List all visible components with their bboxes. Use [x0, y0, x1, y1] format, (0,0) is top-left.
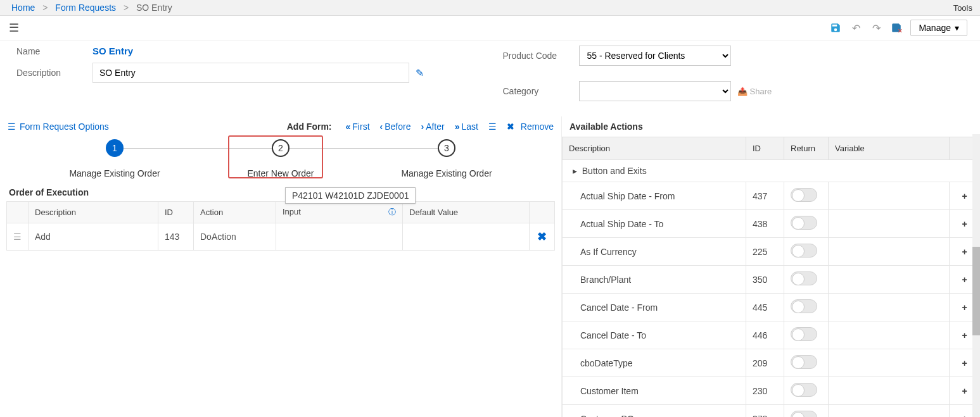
toggle[interactable]	[791, 216, 817, 230]
action-return[interactable]	[784, 266, 829, 294]
breadcrumb-current: SO Entry	[136, 3, 172, 13]
actions-col-variable: Variable	[829, 137, 950, 160]
actions-row[interactable]: Actual Ship Date - To438+	[563, 210, 980, 238]
action-id: 378	[746, 405, 784, 418]
actions-row[interactable]: Branch/Plant350+	[563, 266, 980, 294]
row-remove-icon[interactable]: ✖	[530, 223, 555, 251]
actions-group-row[interactable]: ▸ Button and Exits	[563, 160, 980, 182]
action-variable[interactable]	[829, 210, 950, 238]
toggle[interactable]	[791, 299, 817, 313]
redo-icon[interactable]: ↷	[870, 22, 882, 34]
actions-row[interactable]: Cancel Date - From445+	[563, 294, 980, 321]
product-code-select[interactable]: 55 - Reserved for Clients	[579, 46, 731, 66]
action-variable[interactable]	[829, 349, 950, 377]
action-return[interactable]	[784, 321, 829, 349]
toggle[interactable]	[791, 411, 817, 417]
toggle[interactable]	[791, 327, 817, 341]
actions-row[interactable]: cboDateType209+	[563, 349, 980, 377]
save-icon[interactable]	[829, 22, 842, 34]
action-variable[interactable]	[829, 294, 950, 321]
exec-col-input: Inputⓘ	[276, 202, 403, 223]
actions-row[interactable]: Cancel Date - To446+	[563, 321, 980, 349]
remove-button[interactable]: ✖ Remove	[507, 121, 554, 132]
action-return[interactable]	[784, 294, 829, 321]
name-label: Name	[16, 46, 92, 56]
breadcrumb-home[interactable]: Home	[11, 3, 35, 13]
actions-row[interactable]: Actual Ship Date - From437+	[563, 182, 980, 210]
action-desc: Branch/Plant	[563, 266, 746, 294]
info-icon[interactable]: ⓘ	[388, 207, 396, 218]
exec-row-action: DoAction	[194, 223, 276, 251]
exec-row-id: 143	[158, 223, 194, 251]
category-select[interactable]	[579, 81, 731, 101]
undo-icon[interactable]: ↶	[850, 22, 862, 34]
exec-col-action: Action	[194, 202, 276, 223]
exec-row-input[interactable]	[276, 223, 403, 251]
caret-right-icon: ▸	[573, 166, 577, 176]
actions-col-id: ID	[746, 137, 784, 160]
action-return[interactable]	[784, 238, 829, 266]
toolbar: ☰ ↶ ↷ ✕ Manage ▾	[0, 16, 980, 40]
tools-link[interactable]: Tools	[953, 3, 972, 13]
action-variable[interactable]	[829, 405, 950, 418]
top-bar: Home > Form Requests > SO Entry Tools	[0, 0, 980, 16]
form-options-label: Form Request Options	[20, 121, 109, 132]
action-id: 209	[746, 349, 784, 377]
breadcrumb-form-requests[interactable]: Form Requests	[55, 3, 116, 13]
action-variable[interactable]	[829, 377, 950, 405]
breadcrumb: Home > Form Requests > SO Entry	[8, 3, 172, 13]
header-form: Name SO Entry Description ✎ Product Code…	[0, 40, 980, 116]
exec-row-default[interactable]	[403, 223, 530, 251]
toggle[interactable]	[791, 244, 817, 258]
action-variable[interactable]	[829, 266, 950, 294]
step-1[interactable]: 1 Manage Existing Order	[32, 139, 198, 178]
action-variable[interactable]	[829, 182, 950, 210]
actions-row[interactable]: Customer PO378+	[563, 405, 980, 418]
action-id: 437	[746, 182, 784, 210]
add-after[interactable]: ›After	[421, 121, 444, 132]
actions-row[interactable]: Customer Item230+	[563, 377, 980, 405]
toggle[interactable]	[791, 383, 817, 397]
action-return[interactable]	[784, 405, 829, 418]
toggle[interactable]	[791, 271, 817, 285]
step-tooltip: P42101 W42101D ZJDE0001	[285, 187, 416, 204]
form-request-options[interactable]: ☰ Form Request Options	[8, 121, 109, 132]
delete-icon[interactable]: ✕	[890, 22, 903, 34]
action-return[interactable]	[784, 377, 829, 405]
pencil-icon[interactable]: ✎	[416, 67, 424, 79]
action-return[interactable]	[784, 349, 829, 377]
actions-table: Description ID Return Variable ▸ Button …	[562, 137, 980, 417]
actions-col-return: Return	[784, 137, 829, 160]
step-3[interactable]: 3 Manage Existing Order	[364, 139, 530, 178]
add-first[interactable]: «First	[346, 121, 370, 132]
toggle[interactable]	[791, 355, 817, 369]
step-1-label: Manage Existing Order	[32, 168, 198, 178]
name-value[interactable]: SO Entry	[92, 46, 133, 56]
description-input[interactable]	[92, 63, 409, 83]
menu-icon[interactable]: ☰	[9, 21, 19, 35]
drag-icon[interactable]: ☰	[7, 223, 29, 251]
share-button[interactable]: 📤 Share	[737, 87, 772, 96]
action-desc: Actual Ship Date - From	[563, 182, 746, 210]
share-label: Share	[750, 87, 772, 96]
action-return[interactable]	[784, 210, 829, 238]
toggle[interactable]	[791, 188, 817, 202]
manage-button[interactable]: Manage ▾	[910, 20, 967, 36]
step-highlight	[228, 135, 323, 178]
add-menu[interactable]: ☰	[488, 121, 497, 132]
category-label: Category	[503, 86, 579, 96]
action-return[interactable]	[784, 182, 829, 210]
actions-row[interactable]: As If Currency225+	[563, 238, 980, 266]
step-1-number: 1	[106, 139, 124, 157]
exec-col-id: ID	[158, 202, 194, 223]
action-id: 445	[746, 294, 784, 321]
action-variable[interactable]	[829, 238, 950, 266]
add-last[interactable]: »Last	[455, 121, 478, 132]
exec-row[interactable]: ☰ Add 143 DoAction ✖	[7, 223, 555, 251]
action-id: 230	[746, 377, 784, 405]
actions-col-desc: Description	[563, 137, 746, 160]
scrollbar-thumb[interactable]	[972, 247, 980, 335]
add-before[interactable]: ‹Before	[380, 121, 411, 132]
add-form-controls: Add Form: «First ‹Before ›After »Last ☰ …	[287, 121, 554, 132]
action-variable[interactable]	[829, 321, 950, 349]
